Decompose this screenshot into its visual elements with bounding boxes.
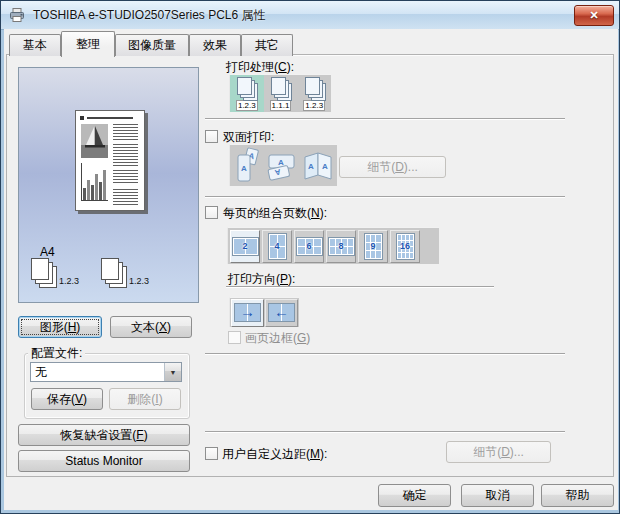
page-stack-icon (237, 77, 256, 99)
profile-select[interactable]: 无 ▼ (30, 362, 182, 382)
titlebar: TOSHIBA e-STUDIO2507Series PCL6 属性 ✕ (1, 1, 620, 30)
nup-page-icon: 4 (268, 233, 287, 260)
nup-label: 每页的组合页数(N): (223, 205, 327, 222)
tab-finishing[interactable]: 整理 (61, 31, 115, 57)
nup-option-2[interactable]: 2 (230, 230, 260, 263)
duplex-checkbox[interactable] (205, 130, 218, 143)
nup-checkbox[interactable] (205, 206, 218, 219)
nup-page-icon: 16 (396, 233, 415, 260)
tab-others[interactable]: 其它 (241, 34, 293, 56)
print-job-options: 1.2.3 1.1.1 1.2.3 (229, 74, 331, 112)
page-header-line (87, 117, 133, 119)
direction-options: → ← (229, 297, 299, 327)
nup-option-6[interactable]: 6 (294, 230, 324, 263)
nup-page-icon: 2 (232, 237, 259, 256)
printer-properties-dialog: TOSHIBA e-STUDIO2507Series PCL6 属性 ✕ 基本 … (0, 0, 620, 514)
status-monitor-button[interactable]: Status Monitor (18, 450, 190, 472)
duplex-booklet-icon[interactable]: A A (300, 146, 336, 186)
margins-details-button[interactable]: 细节(D)... (446, 441, 551, 463)
separator (205, 431, 565, 433)
page-thumbnail (75, 110, 145, 211)
duplex-long-edge-icon[interactable]: A A (230, 146, 264, 186)
profile-dropdown-button[interactable]: ▼ (164, 363, 181, 381)
graphics-button[interactable]: 图形(H) (18, 316, 102, 338)
window-title: TOSHIBA e-STUDIO2507Series PCL6 属性 (33, 7, 266, 24)
printer-icon (9, 7, 25, 23)
close-button[interactable]: ✕ (574, 5, 614, 26)
direction-page-icon: → (234, 303, 261, 322)
direction-rule (226, 286, 494, 288)
nup-page-icon: 6 (296, 237, 323, 256)
collate-order-label: 1.2.3 (59, 276, 79, 286)
output-order-label: 1.2.3 (129, 276, 149, 286)
tab-effect[interactable]: 效果 (189, 34, 241, 56)
print-job-option-sort[interactable]: 1.2.3 (230, 75, 264, 112)
page-stack-icon (271, 77, 290, 99)
output-pages-icon (101, 258, 127, 288)
tab-image-quality[interactable]: 图像质量 (115, 34, 189, 56)
arrow-left-icon: ← (269, 301, 294, 321)
delete-profile-button[interactable]: 删除(I) (109, 388, 181, 410)
nup-options: 2 4 6 8 9 16 (227, 227, 439, 264)
page-border-label: 画页边框(G) (245, 330, 310, 347)
print-job-option-label: 1.2.3 (303, 100, 325, 111)
print-job-option-rotated-sort[interactable]: 1.2.3 (297, 75, 331, 112)
profile-selected-value: 无 (31, 364, 164, 381)
text-button[interactable]: 文本(X) (110, 316, 192, 338)
nup-option-4[interactable]: 4 (262, 230, 292, 263)
separator (205, 353, 565, 355)
custom-margins-checkbox[interactable] (205, 447, 218, 460)
tab-basic[interactable]: 基本 (9, 34, 61, 56)
direction-option-left[interactable]: ← (265, 299, 298, 327)
nup-page-icon: 8 (328, 237, 355, 256)
dropdown-arrow-icon: ▼ (170, 369, 177, 376)
page-stack-icon (305, 77, 324, 99)
svg-text:A: A (278, 158, 284, 167)
close-icon: ✕ (589, 10, 598, 21)
page-border-checkbox[interactable] (228, 331, 241, 344)
cancel-button[interactable]: 取消 (461, 484, 534, 507)
nup-option-16[interactable]: 16 (390, 230, 420, 263)
bar-chart-graphic (81, 163, 108, 201)
separator (205, 118, 565, 120)
text-lines-graphic (113, 124, 138, 211)
svg-text:A: A (308, 162, 314, 171)
separator (205, 196, 565, 198)
direction-option-right[interactable]: → (231, 299, 264, 327)
duplex-options: A A A A A A (229, 144, 337, 186)
print-job-option-group[interactable]: 1.1.1 (264, 75, 298, 112)
duplex-details-button[interactable]: 细节(D)... (339, 156, 446, 178)
nup-option-9[interactable]: 9 (358, 230, 388, 263)
profile-group-label: 配置文件: (28, 345, 85, 362)
duplex-short-edge-icon[interactable]: A A (264, 146, 300, 186)
direction-page-icon: ← (268, 303, 295, 322)
help-button[interactable]: 帮助 (541, 484, 614, 507)
arrow-right-icon: → (235, 301, 260, 321)
custom-margins-label: 用户自定义边距(M): (222, 446, 327, 463)
nup-page-icon: 9 (364, 233, 383, 260)
svg-text:A: A (322, 162, 328, 171)
nup-option-8[interactable]: 8 (326, 230, 356, 263)
page-header-bullet (80, 116, 84, 120)
paper-size-label: A4 (40, 245, 55, 259)
svg-text:A: A (241, 164, 247, 173)
print-job-option-label: 1.2.3 (236, 100, 258, 111)
restore-defaults-button[interactable]: 恢复缺省设置(F) (18, 424, 190, 446)
save-profile-button[interactable]: 保存(V) (31, 388, 103, 410)
sailboat-image (81, 124, 108, 158)
ok-button[interactable]: 确定 (378, 484, 451, 507)
collate-pages-icon (31, 258, 57, 288)
print-job-option-label: 1.1.1 (270, 100, 292, 111)
document-preview: A4 1.2.3 1.2.3 (18, 67, 199, 303)
